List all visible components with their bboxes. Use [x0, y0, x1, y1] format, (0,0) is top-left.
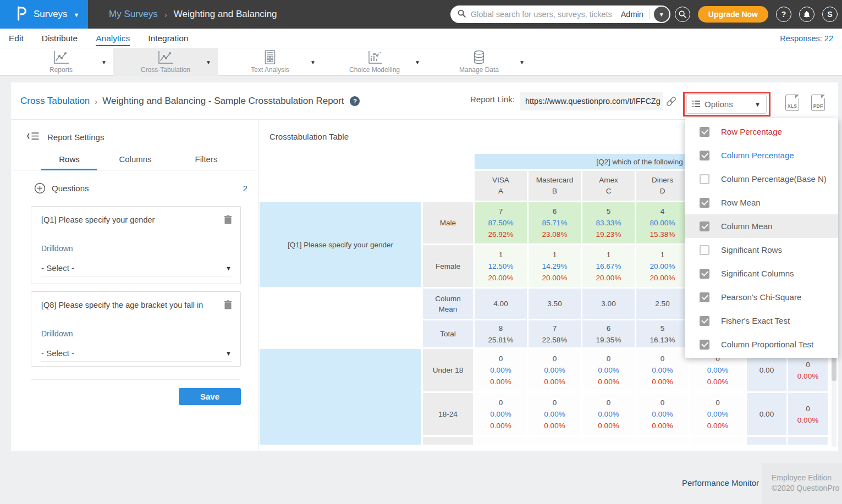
- export-xls-button[interactable]: XLS: [785, 95, 799, 111]
- breadcrumb-separator: ›: [164, 10, 167, 19]
- crosstab-cell: 0.00: [747, 393, 786, 435]
- performance-monitor-link[interactable]: Performance Monitor: [682, 478, 759, 488]
- nav-tab-analytics[interactable]: Analytics: [96, 30, 130, 46]
- crosstab-cell: 2.50: [636, 289, 689, 319]
- option-fisher-s-exact-test[interactable]: Fisher's Exact Test: [685, 309, 838, 333]
- spacer: [260, 154, 473, 169]
- settings-tabs: Rows Columns Filters: [11, 151, 258, 170]
- row-label-male: Male: [423, 202, 473, 243]
- save-button[interactable]: Save: [179, 388, 241, 405]
- text-doc-icon: [263, 51, 277, 65]
- crosstab-cell: 00.00%0.00%: [529, 349, 581, 391]
- option-label: Significant Rows: [721, 245, 782, 254]
- option-significant-columns[interactable]: Significant Columns: [685, 262, 838, 285]
- checkbox-checked-icon[interactable]: [700, 292, 709, 302]
- nav-tab-distribute[interactable]: Distribute: [42, 30, 78, 46]
- crosstab-cell: 00.00%: [788, 393, 828, 435]
- checkbox-checked-icon[interactable]: [700, 127, 709, 137]
- option-row-percentage[interactable]: Row Percentage: [685, 120, 838, 143]
- drilldown-select[interactable]: - Select - ▼: [41, 345, 232, 362]
- checkbox-checked-icon[interactable]: [700, 151, 709, 160]
- crosstab-cell: [582, 437, 635, 445]
- checkbox-checked-icon[interactable]: [700, 316, 709, 326]
- toolbar-item-label: Reports: [49, 66, 73, 74]
- option-column-percentage[interactable]: Column Percentage: [685, 143, 838, 167]
- export-pdf-button[interactable]: PDF: [811, 95, 825, 111]
- analytics-toolbar: Reports▼Cross-Tabulation▼Text Analysis▼C…: [0, 48, 842, 76]
- checkbox-checked-icon[interactable]: [700, 221, 709, 231]
- option-label: Column Proportional Test: [721, 340, 813, 349]
- option-pearson-s-chi-square[interactable]: Pearson's Chi-Square: [685, 285, 838, 309]
- checkbox-checked-icon[interactable]: [700, 198, 709, 208]
- notifications-bell-icon[interactable]: [799, 7, 815, 22]
- crosstab-cell: 685.71%23.08%: [529, 202, 581, 243]
- toolbar-item-text-analysis[interactable]: Text Analysis▼: [218, 48, 322, 76]
- global-search-input[interactable]: [471, 10, 621, 19]
- option-row-mean[interactable]: Row Mean: [685, 191, 838, 214]
- question-group-cell: [260, 289, 421, 347]
- crosstab-cell: 112.50%20.00%: [475, 245, 527, 287]
- help-icon[interactable]: ?: [350, 96, 360, 106]
- toolbar-item-label: Manage Data: [459, 66, 499, 74]
- questions-section-header: Questions 2: [11, 179, 258, 197]
- option-label: Column Percentage: [721, 151, 794, 160]
- option-significant-rows[interactable]: Significant Rows: [685, 238, 838, 262]
- chevron-down-icon[interactable]: ▼: [101, 59, 107, 65]
- chevron-down-icon[interactable]: ▼: [519, 59, 525, 65]
- options-button[interactable]: Options ▼: [686, 95, 767, 114]
- tab-filters[interactable]: Filters: [173, 151, 239, 170]
- checkbox-checked-icon[interactable]: [700, 269, 709, 279]
- toolbar-item-cross-tabulation[interactable]: Cross-Tabulation▼: [113, 48, 218, 76]
- search-scope-dropdown[interactable]: ▼: [654, 7, 669, 22]
- help-button[interactable]: ?: [776, 7, 791, 22]
- upgrade-now-button[interactable]: Upgrade Now: [698, 6, 768, 23]
- option-column-mean[interactable]: Column Mean: [685, 214, 838, 238]
- line-chart-icon: [157, 51, 174, 65]
- cross-tabulation-link[interactable]: Cross Tabulation: [20, 96, 90, 107]
- question-card-q1: [Q1] Please specify your gender Drilldow…: [31, 206, 241, 284]
- responses-count[interactable]: Responses: 22: [780, 29, 833, 48]
- question-group-cell: [Q1] Please specify your gender: [260, 202, 421, 287]
- checkbox-unchecked-icon[interactable]: [700, 245, 709, 255]
- breadcrumb-current: Weighting and Balancing: [174, 9, 277, 20]
- chevron-down-icon[interactable]: ▼: [415, 59, 420, 65]
- nav-tab-edit[interactable]: Edit: [9, 30, 24, 46]
- add-question-icon[interactable]: [34, 182, 46, 194]
- option-column-percentage-base-n[interactable]: Column Percentage(Base N): [685, 167, 838, 191]
- toolbar-item-label: Cross-Tabulation: [141, 66, 190, 74]
- checkbox-checked-icon[interactable]: [700, 340, 709, 350]
- option-column-proportional-test[interactable]: Column Proportional Test: [685, 333, 838, 356]
- search-button[interactable]: [675, 7, 690, 22]
- drilldown-select[interactable]: - Select - ▼: [41, 260, 232, 276]
- crosstab-cell: 825.81%: [475, 320, 527, 347]
- collapse-panel-icon[interactable]: [26, 131, 40, 143]
- topbar-breadcrumb: My Surveys › Weighting and Balancing: [109, 0, 277, 29]
- avatar[interactable]: S: [822, 7, 838, 22]
- search-scope-label[interactable]: Admin: [621, 10, 643, 19]
- link-icon[interactable]: [665, 96, 677, 109]
- brand-menu[interactable]: Surveys ▼: [0, 0, 88, 29]
- crosstab-cell: 00.00%0.00%: [636, 349, 689, 391]
- question-text: [Q8] Please specify the age bracket you …: [41, 301, 216, 309]
- toolbar-item-manage-data[interactable]: Manage Data▼: [427, 48, 531, 76]
- column-header-diners: DinersD: [636, 171, 689, 201]
- chevron-down-icon: ▼: [73, 12, 79, 18]
- row-label-item: [423, 437, 473, 445]
- delete-question-icon[interactable]: [224, 215, 232, 226]
- nav-tab-integration[interactable]: Integration: [148, 30, 188, 46]
- crosstab-cell: [788, 437, 828, 445]
- breadcrumb-my-surveys[interactable]: My Surveys: [109, 9, 158, 20]
- toolbar-item-reports[interactable]: Reports▼: [9, 48, 113, 76]
- global-search[interactable]: Admin ▼: [450, 5, 670, 23]
- delete-question-icon[interactable]: [224, 300, 232, 312]
- chevron-down-icon[interactable]: ▼: [310, 59, 316, 65]
- divider: [649, 9, 650, 19]
- chevron-down-icon[interactable]: ▼: [206, 59, 211, 65]
- tab-columns[interactable]: Columns: [97, 151, 173, 170]
- option-label: Column Mean: [721, 221, 772, 231]
- checkbox-unchecked-icon[interactable]: [700, 174, 709, 184]
- report-link-url[interactable]: https://www.questionpro.com/t/lFFCZg: [520, 92, 663, 110]
- tab-rows[interactable]: Rows: [41, 151, 97, 170]
- option-label: Significant Columns: [721, 269, 794, 278]
- toolbar-item-choice-modelling[interactable]: Choice Modelling▼: [322, 48, 427, 76]
